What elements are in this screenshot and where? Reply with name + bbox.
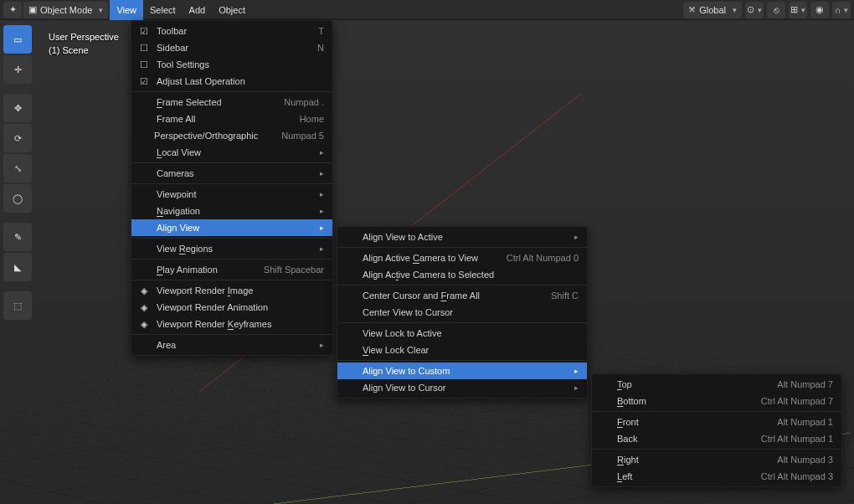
submenu-arrow-icon: ▸: [574, 367, 579, 375]
menu-item-shortcut: Shift Spacebar: [264, 265, 324, 275]
menu-item-label: Play Animation: [157, 265, 240, 275]
menu-item-label: Navigation: [157, 206, 296, 216]
menu-item-viewport-render-image[interactable]: ◈Viewport Render Image: [131, 282, 332, 299]
orientation-dropdown[interactable]: ⤧ Global: [683, 2, 742, 18]
submenu-arrow-icon: ▸: [574, 233, 579, 241]
menu-item-shortcut: Ctrl Alt Numpad 3: [761, 471, 833, 481]
transform-tool[interactable]: ◯: [3, 184, 32, 213]
menu-item-viewpoint[interactable]: Viewpoint▸: [131, 186, 332, 203]
menu-item-align-view-to-custom[interactable]: Align View to Custom▸: [337, 363, 587, 379]
menu-item-align-view[interactable]: Align View▸: [131, 219, 332, 236]
menu-item-align-view-to-active[interactable]: Align View to Active▸: [337, 229, 587, 245]
menu-item-center-view-to-cursor[interactable]: Center View to Cursor: [337, 304, 587, 321]
menu-item-label: Viewpoint: [157, 189, 296, 199]
toolbar: ▭✛✥⟳⤡◯✎◣⬚: [3, 25, 33, 320]
menu-item-label: Viewport Render Animation: [157, 302, 324, 312]
menu-item-label: View Regions: [157, 244, 296, 254]
menu-item-align-active-camera-to-selected[interactable]: Align Active Camera to Selected: [337, 266, 587, 283]
snap-dropdown[interactable]: ⊞: [789, 2, 807, 18]
snap-toggle[interactable]: ⎋: [767, 2, 785, 18]
checkbox-checked-icon: ☑: [138, 26, 150, 37]
proportional-toggle[interactable]: ◉: [810, 2, 829, 18]
menu-item-label: Center View to Cursor: [363, 307, 579, 317]
menu-item-top[interactable]: TopAlt Numpad 7: [592, 376, 841, 393]
menu-item-area[interactable]: Area▸: [131, 337, 332, 353]
menu-item-label: Viewport Render Keyframes: [157, 319, 324, 329]
mode-dropdown[interactable]: ▣ Object Mode: [23, 2, 108, 18]
select-box-tool[interactable]: ▭: [3, 25, 32, 54]
menu-item-frame-all[interactable]: Frame AllHome: [131, 111, 332, 127]
menu-item-label: Toolbar: [157, 26, 295, 36]
menu-item-local-view[interactable]: Local View▸: [131, 144, 332, 161]
menu-item-sidebar[interactable]: ☐SidebarN: [131, 39, 332, 56]
header-menu-add[interactable]: Add: [183, 0, 213, 20]
menu-item-shortcut: Ctrl Alt Numpad 1: [761, 434, 833, 444]
header-menus: ViewSelectAddObject: [110, 0, 252, 20]
add-cube-tool[interactable]: ⬚: [3, 291, 32, 320]
annotate-tool[interactable]: ✎: [3, 223, 32, 251]
header-menu-object[interactable]: Object: [212, 0, 252, 20]
menu-item-shortcut: Ctrl Alt Numpad 0: [507, 253, 579, 263]
menu-item-view-lock-clear[interactable]: View Lock Clear: [337, 342, 587, 358]
menu-align-view-to-custom: TopAlt Numpad 7 BottomCtrl Alt Numpad 7 …: [591, 373, 842, 487]
menu-item-adjust-last-operation[interactable]: ☑Adjust Last Operation: [131, 73, 332, 90]
menu-item-front[interactable]: FrontAlt Numpad 1: [592, 414, 841, 430]
menu-item-bottom[interactable]: BottomCtrl Alt Numpad 7: [592, 393, 841, 409]
rotate-tool-icon: ⟳: [14, 133, 22, 144]
pivot-icon: ⊙: [747, 4, 754, 15]
proportional-dropdown[interactable]: ∩: [832, 2, 851, 18]
menu-item-back[interactable]: BackCtrl Alt Numpad 1: [592, 430, 841, 447]
menu-item-shortcut: Home: [300, 114, 324, 124]
submenu-arrow-icon: ▸: [320, 169, 324, 177]
menu-item-align-view-to-cursor[interactable]: Align View to Cursor▸: [337, 379, 587, 396]
menu-item-label: Align View to Custom: [363, 366, 551, 376]
header-menu-view[interactable]: View: [110, 0, 143, 20]
render-key-icon: ◈: [138, 319, 150, 330]
menu-item-center-cursor-and-frame-all[interactable]: Center Cursor and Frame AllShift C: [337, 287, 587, 304]
menu-item-align-active-camera-to-view[interactable]: Align Active Camera to ViewCtrl Alt Nump…: [337, 249, 587, 266]
scale-tool[interactable]: ⤡: [3, 154, 32, 183]
menu-item-play-animation[interactable]: Play AnimationShift Spacebar: [131, 261, 332, 278]
menu-view: ☑ToolbarT☐SidebarN☐Tool Settings☑Adjust …: [131, 20, 333, 356]
menu-item-label: Top: [617, 379, 754, 389]
move-tool[interactable]: ✥: [3, 94, 32, 122]
menu-item-tool-settings[interactable]: ☐Tool Settings: [131, 56, 332, 73]
checkbox-unchecked-icon: ☐: [138, 43, 150, 54]
menu-item-view-lock-to-active[interactable]: View Lock to Active: [337, 325, 587, 342]
menu-item-label: Frame Selected: [157, 97, 260, 107]
rotate-tool[interactable]: ⟳: [3, 124, 32, 152]
checkbox-checked-icon: ☑: [138, 76, 150, 87]
menu-item-label: Cameras: [157, 168, 296, 178]
menu-item-right[interactable]: RightAlt Numpad 3: [592, 451, 841, 468]
header-menu-select[interactable]: Select: [143, 0, 183, 20]
menu-item-toolbar[interactable]: ☑ToolbarT: [131, 23, 332, 39]
render-anim-icon: ◈: [138, 302, 150, 313]
editor-type-dropdown[interactable]: ✦: [3, 2, 22, 18]
menu-item-viewport-render-animation[interactable]: ◈Viewport Render Animation: [131, 299, 332, 316]
menu-item-shortcut: N: [317, 43, 324, 53]
menu-item-label: Front: [617, 417, 754, 427]
checkbox-unchecked-icon: ☐: [138, 59, 150, 70]
submenu-arrow-icon: ▸: [574, 383, 579, 392]
object-mode-icon: ▣: [28, 4, 37, 15]
menu-item-navigation[interactable]: Navigation▸: [131, 203, 332, 219]
menu-item-label: Right: [617, 455, 754, 465]
menu-item-viewport-render-keyframes[interactable]: ◈Viewport Render Keyframes: [131, 316, 332, 332]
menu-item-perspective-orthographic[interactable]: Perspective/OrthographicNumpad 5: [131, 127, 332, 144]
menu-item-cameras[interactable]: Cameras▸: [131, 165, 332, 182]
render-image-icon: ◈: [138, 285, 150, 296]
menu-item-view-regions[interactable]: View Regions▸: [131, 240, 332, 257]
pivot-dropdown[interactable]: ⊙: [745, 2, 764, 18]
scale-tool-icon: ⤡: [14, 163, 22, 174]
menu-item-label: Left: [617, 471, 738, 481]
menu-item-label: Align Active Camera to View: [363, 253, 483, 263]
menu-item-label: Area: [157, 340, 296, 350]
submenu-arrow-icon: ▸: [320, 190, 324, 198]
viewport-header: ✦ ▣ Object Mode ViewSelectAddObject ⤧ Gl…: [0, 0, 854, 20]
cursor-tool[interactable]: ✛: [3, 55, 32, 84]
menu-item-frame-selected[interactable]: Frame SelectedNumpad .: [131, 94, 332, 111]
orientation-icon: ⤧: [688, 4, 696, 15]
measure-tool[interactable]: ◣: [3, 253, 32, 281]
menu-item-shortcut: Ctrl Alt Numpad 7: [761, 396, 833, 406]
menu-item-left[interactable]: LeftCtrl Alt Numpad 3: [592, 468, 841, 485]
